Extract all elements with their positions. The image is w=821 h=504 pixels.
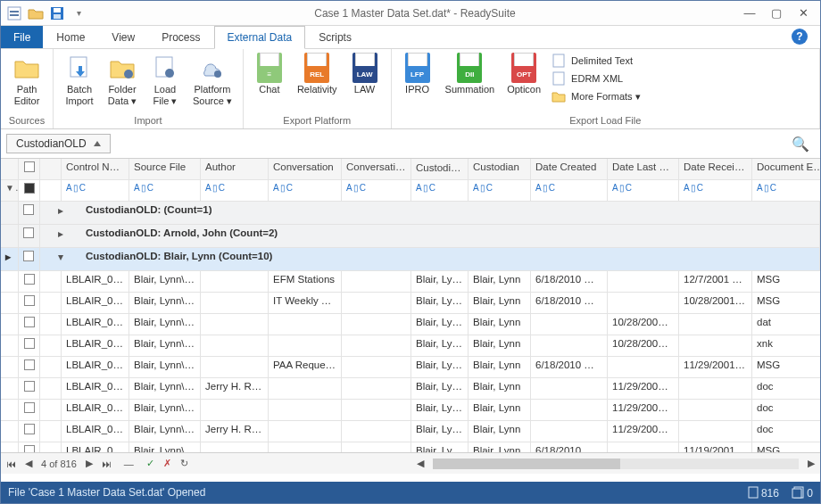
row-flag[interactable] bbox=[40, 314, 62, 335]
row-flag[interactable] bbox=[40, 442, 62, 452]
path-editor-button[interactable]: Path Editor bbox=[6, 51, 47, 107]
ipro-button[interactable]: LFP IPRO bbox=[397, 51, 438, 95]
row-checkbox[interactable] bbox=[19, 442, 40, 452]
batch-import-button[interactable]: Batch Import bbox=[59, 51, 100, 107]
maximize-button[interactable]: ▢ bbox=[768, 6, 784, 20]
filter-lastmod[interactable]: A▯C bbox=[608, 180, 679, 202]
select-all-checkbox[interactable] bbox=[19, 159, 40, 180]
filter-received[interactable]: A▯C bbox=[679, 180, 752, 202]
row-flag[interactable] bbox=[40, 421, 62, 442]
col-doc-ext[interactable]: Document Exte… bbox=[752, 159, 820, 180]
filter-created[interactable]: A▯C bbox=[531, 180, 608, 202]
filter-flag[interactable] bbox=[40, 180, 62, 202]
summation-button[interactable]: DII Summation bbox=[440, 51, 501, 95]
row-checkbox[interactable] bbox=[19, 335, 40, 357]
nav-first[interactable]: ⏮ bbox=[6, 459, 16, 469]
relativity-button[interactable]: REL Relativity bbox=[292, 51, 343, 95]
load-file-button[interactable]: Load File ▾ bbox=[145, 51, 186, 107]
col-conversation[interactable]: Conversation bbox=[269, 159, 342, 180]
filter-ext[interactable]: A▯C bbox=[752, 180, 820, 202]
delimited-text-button[interactable]: Delimited Text bbox=[548, 53, 644, 69]
row-checkbox[interactable] bbox=[19, 293, 40, 314]
row-flag[interactable] bbox=[40, 293, 62, 314]
tab-external-data[interactable]: External Data bbox=[214, 26, 306, 49]
help-icon[interactable]: ? bbox=[792, 29, 808, 45]
filter-source[interactable]: A▯C bbox=[129, 180, 201, 202]
row-flag[interactable] bbox=[40, 378, 62, 400]
filter-custold[interactable]: A▯C bbox=[411, 180, 469, 202]
filter-checkbox[interactable] bbox=[19, 180, 40, 202]
row-checkbox[interactable] bbox=[19, 271, 40, 293]
nav-cancel[interactable]: ✗ bbox=[163, 458, 171, 469]
edrm-xml-button[interactable]: EDRM XML bbox=[548, 70, 644, 87]
close-button[interactable]: ✕ bbox=[795, 6, 811, 20]
row-checkbox[interactable] bbox=[19, 357, 40, 378]
filter-custodian[interactable]: A▯C bbox=[469, 180, 531, 202]
chat-button[interactable]: ≡ Chat bbox=[249, 51, 290, 95]
open-icon[interactable] bbox=[26, 4, 46, 23]
group-checkbox[interactable] bbox=[19, 225, 40, 248]
app-icon[interactable] bbox=[4, 4, 24, 23]
minimize-button[interactable]: — bbox=[742, 6, 758, 20]
nav-last[interactable]: ⏭ bbox=[102, 459, 112, 469]
row-flag[interactable] bbox=[40, 357, 62, 378]
tab-file[interactable]: File bbox=[1, 26, 43, 48]
filter-control[interactable]: A▯C bbox=[62, 180, 129, 202]
table-row[interactable]: LBLAIR_00…Blair, Lynn\…PAA Reque…Blair, … bbox=[1, 357, 820, 378]
platform-source-button[interactable]: Platform Source ▾ bbox=[187, 51, 237, 107]
row-checkbox[interactable] bbox=[19, 314, 40, 335]
nav-refresh[interactable]: ↻ bbox=[180, 458, 188, 469]
group-chip-custodianold[interactable]: CustodianOLD bbox=[6, 134, 111, 153]
save-icon[interactable] bbox=[47, 4, 67, 23]
expand-icon[interactable]: ▸ bbox=[40, 225, 81, 248]
col-date-created[interactable]: Date Created bbox=[531, 159, 608, 180]
col-date-last-modified[interactable]: Date Last M… bbox=[608, 159, 679, 180]
col-source[interactable]: Source File bbox=[129, 159, 201, 180]
group-row[interactable]: ▸▾CustodianOLD: Blair, Lynn (Count=10) bbox=[1, 248, 820, 271]
filter-conversation2[interactable]: A▯C bbox=[342, 180, 411, 202]
tab-view[interactable]: View bbox=[98, 26, 148, 48]
search-icon[interactable]: 🔍 bbox=[792, 136, 815, 153]
filter-author[interactable]: A▯C bbox=[201, 180, 269, 202]
table-row[interactable]: LBLAIR_00…Blair, Lynn\…EFM StationsBlair… bbox=[1, 271, 820, 293]
row-checkbox[interactable] bbox=[19, 421, 40, 442]
table-row[interactable]: LBLAIR_00…Blair, Lynn\…Blair, LynnBlair,… bbox=[1, 335, 820, 357]
law-button[interactable]: LAW LAW bbox=[344, 51, 386, 95]
row-flag[interactable] bbox=[40, 271, 62, 293]
table-row[interactable]: LBLAIR_00…Blair, Lynn\…Blair, LynnBlair,… bbox=[1, 314, 820, 335]
nav-next[interactable]: ▶ bbox=[86, 458, 93, 469]
group-checkbox[interactable] bbox=[19, 202, 40, 225]
row-checkbox[interactable] bbox=[19, 378, 40, 400]
row-flag[interactable] bbox=[40, 335, 62, 357]
nav-accept[interactable]: ✓ bbox=[146, 458, 154, 469]
hscrollbar[interactable] bbox=[433, 459, 799, 469]
row-checkbox[interactable] bbox=[19, 400, 40, 421]
tab-scripts[interactable]: Scripts bbox=[305, 26, 365, 48]
filter-conversation[interactable]: A▯C bbox=[269, 180, 342, 202]
more-formats-button[interactable]: More Formats ▾ bbox=[548, 88, 644, 104]
folder-data-button[interactable]: Folder Data ▾ bbox=[102, 51, 143, 107]
col-control[interactable]: Control N… bbox=[62, 159, 129, 180]
col-date-received[interactable]: Date Receiv… bbox=[679, 159, 752, 180]
col-author[interactable]: Author bbox=[201, 159, 269, 180]
tab-process[interactable]: Process bbox=[148, 26, 213, 48]
flag-column-header[interactable] bbox=[40, 159, 62, 180]
row-flag[interactable] bbox=[40, 400, 62, 421]
hscroll-left[interactable]: ◀ bbox=[417, 458, 424, 469]
opticon-button[interactable]: OPT Opticon bbox=[502, 51, 546, 95]
table-row[interactable]: LBLAIR_00…Blair, Lynn\…Blair, LynnBlair,… bbox=[1, 400, 820, 421]
group-row[interactable]: ▸CustodianOLD: Arnold, John (Count=2) bbox=[1, 225, 820, 248]
table-row[interactable]: LBLAIR_00…Blair, Lynn\…Blair, LynnBlair,… bbox=[1, 442, 820, 452]
expand-icon[interactable]: ▾ bbox=[40, 248, 81, 271]
group-checkbox[interactable] bbox=[19, 248, 40, 271]
col-conversation2[interactable]: Conversatio… bbox=[342, 159, 411, 180]
nav-prev[interactable]: ◀ bbox=[25, 458, 32, 469]
qat-dropdown-icon[interactable]: ▾ bbox=[69, 4, 88, 23]
col-custodian-old[interactable]: Custodia… ▴ bbox=[411, 159, 469, 180]
group-row[interactable]: ▸CustodianOLD: (Count=1) bbox=[1, 202, 820, 225]
col-custodian[interactable]: Custodian bbox=[469, 159, 531, 180]
tab-home[interactable]: Home bbox=[43, 26, 98, 48]
expand-icon[interactable]: ▸ bbox=[40, 202, 81, 225]
table-row[interactable]: LBLAIR_00…Blair, Lynn\…Jerry H. Ra…Blair… bbox=[1, 421, 820, 442]
table-row[interactable]: LBLAIR_00…Blair, Lynn\…Jerry H. Ra…Blair… bbox=[1, 378, 820, 400]
